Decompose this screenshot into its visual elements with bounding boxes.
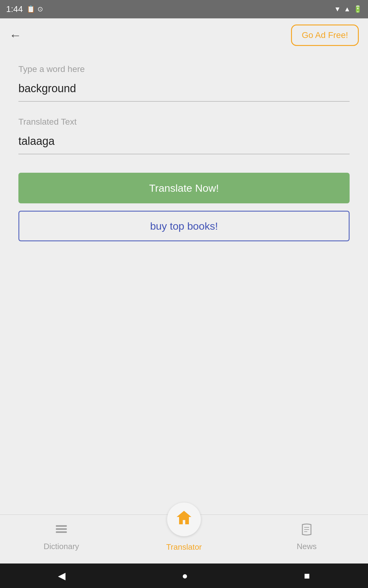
system-back-button[interactable]: ◀ (58, 570, 66, 582)
dictionary-label: Dictionary (44, 542, 79, 551)
translate-now-button[interactable]: Translate Now! (18, 173, 350, 203)
back-button[interactable]: ← (9, 28, 21, 42)
clipboard-icon: 📋 (27, 5, 35, 13)
translator-label: Translator (166, 542, 202, 552)
system-nav-bar: ◀ ● ■ (0, 564, 368, 588)
svg-marker-3 (177, 511, 191, 524)
news-label: News (297, 542, 316, 551)
svg-rect-2 (56, 531, 67, 533)
status-icons: 📋 ⊙ (27, 5, 43, 13)
system-home-button[interactable]: ● (182, 570, 188, 582)
status-time: 1:44 (6, 4, 23, 14)
dictionary-icon (55, 523, 68, 539)
nav-item-translator[interactable]: Translator (123, 518, 245, 552)
svg-rect-1 (56, 528, 67, 530)
wifi-icon: ▼ (334, 5, 341, 13)
home-icon (175, 508, 193, 530)
bottom-nav: Dictionary Translator News (0, 514, 368, 564)
translated-value: talaaga (18, 132, 350, 154)
home-icon-circle (167, 503, 201, 536)
translated-section: Translated Text talaaga (18, 117, 350, 173)
nav-item-dictionary[interactable]: Dictionary (0, 518, 123, 551)
system-recent-button[interactable]: ■ (304, 570, 310, 582)
main-content: Type a word here Translated Text talaaga… (0, 52, 368, 514)
buy-books-button[interactable]: buy top books! (18, 211, 350, 241)
app-header: ← Go Ad Free! (0, 18, 368, 52)
battery-icon: 🔋 (354, 5, 362, 13)
word-field-label: Type a word here (18, 64, 350, 74)
circle-icon: ⊙ (37, 5, 43, 13)
status-bar-left: 1:44 📋 ⊙ (6, 4, 43, 14)
svg-rect-0 (56, 525, 67, 527)
status-bar-right: ▼ ▲ 🔋 (334, 5, 362, 13)
back-arrow-icon: ← (9, 28, 21, 42)
translated-label: Translated Text (18, 117, 350, 127)
status-bar: 1:44 📋 ⊙ ▼ ▲ 🔋 (0, 0, 368, 18)
news-icon (300, 523, 313, 539)
go-ad-free-button[interactable]: Go Ad Free! (291, 24, 359, 46)
nav-item-news[interactable]: News (245, 518, 368, 551)
word-input[interactable] (18, 79, 350, 102)
signal-icon: ▲ (344, 5, 351, 13)
